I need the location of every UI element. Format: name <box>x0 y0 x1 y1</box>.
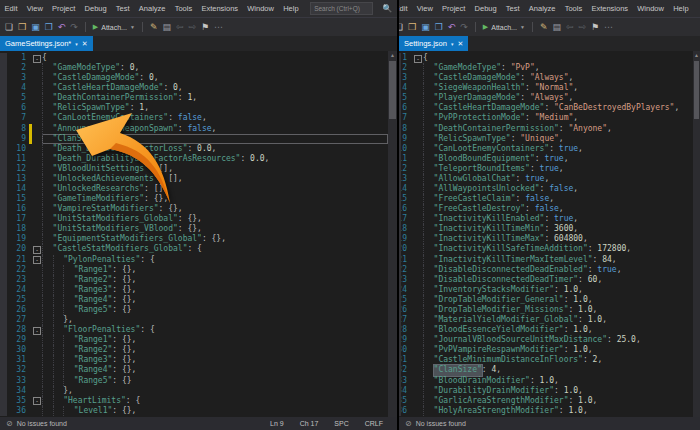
vertical-scrollbar[interactable]: ▲ <box>693 51 700 417</box>
code-line[interactable]: 24"InventoryStacksModifier": 1.0, <box>399 285 691 295</box>
menu-help[interactable]: Help <box>279 4 304 13</box>
code-line[interactable]: 20"InactivityKillSafeTimeAddition": 1728… <box>399 244 691 254</box>
fold-margin[interactable] <box>413 204 423 214</box>
code-line[interactable]: 28-"FloorPenalties": { <box>0 325 388 335</box>
more-options-icon[interactable]: ⋯ <box>604 23 613 32</box>
fold-margin[interactable] <box>413 184 423 194</box>
code-line[interactable]: 28"BloodEssenceYieldModifier": 1.0, <box>399 325 691 335</box>
code-line[interactable]: 4"SiegeWeaponHealth": "Normal", <box>399 83 691 93</box>
fold-margin[interactable] <box>413 355 423 365</box>
undo-icon[interactable]: ↶ <box>58 23 66 32</box>
fold-margin[interactable] <box>32 355 42 365</box>
close-tab-icon[interactable]: ✕ <box>457 40 463 48</box>
fold-margin[interactable] <box>413 365 423 375</box>
redo-icon[interactable]: ↷ <box>460 23 468 32</box>
code-line[interactable]: 19"InactivityKillTimeMax": 604800, <box>399 234 691 244</box>
fold-margin[interactable] <box>32 406 42 416</box>
menu-analyze[interactable]: Analyze <box>134 4 170 13</box>
fold-margin[interactable] <box>413 93 423 103</box>
fold-margin[interactable] <box>413 154 423 164</box>
code-line[interactable]: 21-"PylonPenalties": { <box>0 255 388 265</box>
scrollbar-thumb[interactable] <box>389 61 396 119</box>
fold-margin[interactable] <box>413 174 423 184</box>
code-line[interactable]: 23"DisableDisconnectedDeadTimer": 60, <box>399 275 691 285</box>
code-line[interactable]: 18"UnitStatModifiers_VBlood": {}, <box>0 224 388 234</box>
fold-margin[interactable] <box>413 386 423 396</box>
code-line[interactable]: 9"ClanSize": 4, <box>0 134 388 144</box>
fold-margin[interactable] <box>413 255 423 265</box>
fold-margin[interactable]: - <box>32 255 42 265</box>
tab-gamesettings-json[interactable]: GameSettings.json* ▾ ✕ <box>0 36 93 51</box>
code-line[interactable]: 1-{ <box>0 53 388 63</box>
code-line[interactable]: 26"Range5": {} <box>0 305 388 315</box>
code-line[interactable]: 2"GameModeType": "PvP", <box>399 63 691 73</box>
fold-margin[interactable] <box>413 134 423 144</box>
fold-margin[interactable] <box>32 275 42 285</box>
fold-margin[interactable] <box>413 285 423 295</box>
fold-margin[interactable] <box>413 305 423 315</box>
code-line[interactable]: 18"InactivityKillTimeMin": 3600, <box>399 224 691 234</box>
code-line[interactable]: 25"Range4": {}, <box>0 295 388 305</box>
fold-margin[interactable] <box>32 154 42 164</box>
fold-margin[interactable] <box>413 325 423 335</box>
open-folder-icon[interactable]: ❒ <box>408 23 416 32</box>
code-line[interactable]: 31"CastleMinimumDistanceInFloors": 2, <box>399 355 691 365</box>
fold-margin[interactable] <box>413 315 423 325</box>
code-line[interactable]: 26"DropTableModifier_Missions": 1.0, <box>399 305 691 315</box>
code-line[interactable]: 24"Range3": {}, <box>0 285 388 295</box>
code-line[interactable]: 33"Range5": {} <box>0 376 388 386</box>
menu-debug[interactable]: Debug <box>470 4 501 13</box>
fold-margin[interactable] <box>32 365 42 375</box>
code-line[interactable]: 6"RelicSpawnType": 1, <box>0 103 388 113</box>
code-line[interactable]: 15"GameTimeModifiers": {}, <box>0 194 388 204</box>
close-tab-icon[interactable]: ✕ <box>82 40 88 48</box>
code-line[interactable]: 34"DurabilityDrainModifier": 1.0, <box>399 386 691 396</box>
code-line[interactable]: 11"Death_DurabilityLossFactorAsResources… <box>0 154 388 164</box>
fold-margin[interactable] <box>32 386 42 396</box>
menu-extensions[interactable]: Extensions <box>587 4 633 13</box>
code-editor[interactable]: 1-{2"GameModeType": "PvP",3"CastleDamage… <box>399 51 700 417</box>
more-options-icon[interactable]: ⋯ <box>214 23 223 32</box>
code-line[interactable]: 5"PlayerDamageMode": "Always", <box>399 93 691 103</box>
fold-margin[interactable]: - <box>32 325 42 335</box>
code-line[interactable]: 11"BloodBoundEquipment": true, <box>399 154 691 164</box>
code-line[interactable]: 3"CastleDamageMode": 0, <box>0 73 388 83</box>
menu-analyze[interactable]: Analyze <box>524 4 560 13</box>
fold-margin[interactable] <box>413 335 423 345</box>
fold-margin[interactable] <box>413 406 423 416</box>
code-line[interactable]: 12"VBloodUnitSettings": [], <box>0 164 388 174</box>
fold-margin[interactable] <box>413 396 423 406</box>
code-line[interactable]: 30"PvPVampireRespawnModifier": 1.0, <box>399 345 691 355</box>
navigate-forward-icon[interactable]: ⇨ <box>578 23 586 32</box>
screenshot-icon[interactable]: ▤ <box>552 23 561 32</box>
attach-button[interactable]: ▶Attach...▼ <box>93 23 135 31</box>
code-line[interactable]: 7"CanLootEnemyContainers": false, <box>0 113 388 123</box>
menu-edit[interactable]: Edit <box>399 4 412 13</box>
chevron-down-icon[interactable]: ▾ <box>451 41 454 47</box>
fold-collapse-icon[interactable]: - <box>33 327 41 335</box>
fold-margin[interactable] <box>32 93 42 103</box>
open-folder-icon[interactable]: ❒ <box>18 23 26 32</box>
menu-window[interactable]: Window <box>633 4 669 13</box>
fold-margin[interactable] <box>32 224 42 234</box>
code-line[interactable]: 33"BloodDrainModifier": 1.0, <box>399 376 691 386</box>
fold-margin[interactable] <box>413 376 423 386</box>
fold-collapse-icon[interactable]: - <box>414 55 422 63</box>
save-all-icon[interactable]: ❐ <box>435 23 443 32</box>
menu-test[interactable]: Test <box>501 4 524 13</box>
code-line[interactable]: 6"CastleHeartDamageMode": "CanBeDestroye… <box>399 103 691 113</box>
tab-settings-json[interactable]: Settings.json ▾ ✕ <box>399 36 468 51</box>
vertical-scrollbar[interactable]: ▲ <box>388 51 397 417</box>
fold-margin[interactable] <box>32 194 42 204</box>
redo-icon[interactable]: ↷ <box>70 23 78 32</box>
menu-tools[interactable]: Tools <box>170 4 197 13</box>
code-line[interactable]: 3"CastleDamageMode": "Always", <box>399 73 691 83</box>
comment-icon[interactable]: ✎ <box>540 23 548 32</box>
code-line[interactable]: 16"VampireStatModifiers": {}, <box>0 204 388 214</box>
fold-margin[interactable] <box>32 295 42 305</box>
fold-margin[interactable] <box>413 244 423 254</box>
code-line[interactable]: 7"PvPProtectionMode": "Medium", <box>399 113 691 123</box>
new-file-icon[interactable]: ❏ <box>399 23 403 32</box>
code-line[interactable]: 29"Range1": {}, <box>0 335 388 345</box>
code-line[interactable]: 4"CastleHeartDamageMode": 0, <box>0 83 388 93</box>
